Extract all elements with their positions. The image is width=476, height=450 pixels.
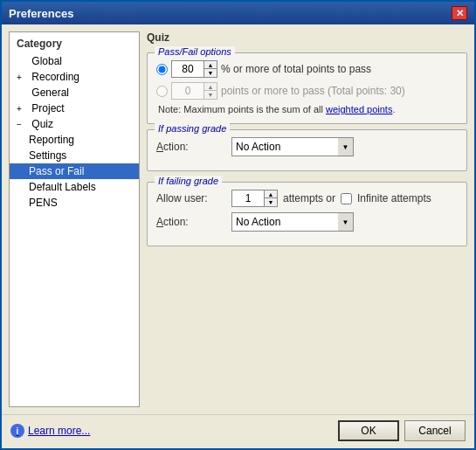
sidebar-item-general[interactable]: General bbox=[10, 85, 139, 100]
radio2-row: 0 ▲ ▼ points or more to pass (Total poin… bbox=[156, 82, 458, 100]
if-failing-group: If failing grade Allow user: 1 ▲ ▼ attem… bbox=[147, 182, 467, 246]
spin-up-1[interactable]: ▲ bbox=[204, 61, 217, 69]
pass-fail-group-label: Pass/Fail options bbox=[155, 46, 235, 57]
sidebar-item-project-label: Project bbox=[31, 102, 64, 114]
failing-action-dropdown[interactable]: No Action Jump to slide Open URL or file… bbox=[231, 212, 354, 232]
if-passing-label: If passing grade bbox=[155, 123, 230, 134]
radio1-label: % or more of total points to pass bbox=[221, 63, 371, 75]
sidebar-item-default-labels[interactable]: Default Labels bbox=[10, 179, 139, 195]
pass-percent-input[interactable]: 80 bbox=[171, 60, 204, 78]
failing-action-label: Action: bbox=[156, 216, 226, 228]
preferences-window: Preferences ✕ Category Global + Recordin… bbox=[0, 0, 476, 450]
sidebar-item-default-labels-label: Default Labels bbox=[29, 181, 96, 193]
sidebar-item-reporting[interactable]: Reporting bbox=[10, 132, 139, 148]
sidebar-item-recording[interactable]: + Recording bbox=[10, 69, 139, 85]
sidebar-item-pens-label: PENS bbox=[29, 197, 58, 209]
note-prefix: Note: Maximum points is the sum of all bbox=[158, 104, 326, 114]
pass-points-input[interactable]: 0 bbox=[171, 82, 204, 100]
infinite-attempts-checkbox[interactable] bbox=[341, 193, 352, 204]
learn-more-link[interactable]: i Learn more... bbox=[10, 424, 90, 438]
attempts-row: Allow user: 1 ▲ ▼ attempts or Infinite a… bbox=[156, 190, 458, 207]
attempts-spin-down[interactable]: ▼ bbox=[265, 198, 277, 206]
sidebar-header: Category bbox=[10, 36, 139, 52]
sidebar-item-pens[interactable]: PENS bbox=[10, 195, 139, 211]
close-button[interactable]: ✕ bbox=[452, 6, 467, 20]
spin-arrows-2: ▲ ▼ bbox=[204, 82, 217, 100]
sidebar-item-project[interactable]: + Project bbox=[10, 100, 139, 116]
note-suffix: . bbox=[392, 104, 395, 114]
sidebar-item-settings-label: Settings bbox=[29, 149, 66, 162]
sidebar-item-pass-or-fail[interactable]: Pass or Fail bbox=[10, 163, 139, 179]
passing-action-label-text: Action: bbox=[156, 141, 189, 153]
spin-up-2[interactable]: ▲ bbox=[204, 83, 217, 91]
main-panel: Quiz Pass/Fail options 80 ▲ ▼ % or more … bbox=[147, 31, 467, 407]
content-area: Category Global + Recording General + Pr… bbox=[2, 24, 474, 414]
sidebar-item-quiz-label: Quiz bbox=[31, 118, 53, 130]
expander-quiz: − bbox=[17, 120, 27, 129]
sidebar-item-settings[interactable]: Settings bbox=[10, 148, 139, 163]
attempts-spin-arrows: ▲ ▼ bbox=[265, 190, 278, 207]
note-link[interactable]: weighted points bbox=[326, 104, 392, 114]
radio2-input[interactable] bbox=[156, 86, 168, 97]
spin-wrapper-1: 80 ▲ ▼ bbox=[171, 60, 217, 78]
title-bar: Preferences ✕ bbox=[2, 2, 474, 24]
info-icon: i bbox=[10, 424, 24, 438]
sidebar-item-pass-or-fail-label: Pass or Fail bbox=[29, 165, 84, 177]
footer-bar: i Learn more... OK Cancel bbox=[2, 414, 474, 448]
failing-action-row: Action: No Action Jump to slide Open URL… bbox=[156, 212, 458, 232]
window-title: Preferences bbox=[9, 7, 73, 20]
spin-arrows-1: ▲ ▼ bbox=[204, 60, 217, 78]
if-failing-label: If failing grade bbox=[155, 176, 222, 186]
infinite-label: Infinite attempts bbox=[357, 192, 431, 204]
expander-recording: + bbox=[17, 73, 27, 82]
sidebar-item-quiz[interactable]: − Quiz bbox=[10, 116, 139, 132]
expander-project: + bbox=[17, 104, 27, 114]
allow-user-label: Allow user: bbox=[156, 192, 226, 204]
expander-global bbox=[17, 57, 27, 66]
attempts-label-text: attempts or bbox=[283, 192, 335, 204]
attempts-spin-wrapper: 1 ▲ ▼ bbox=[231, 190, 278, 207]
btn-group: OK Cancel bbox=[338, 420, 466, 441]
cancel-button[interactable]: Cancel bbox=[404, 420, 466, 441]
radio2-label: points or more to pass (Total points: 30… bbox=[221, 85, 405, 97]
attempts-spin-up[interactable]: ▲ bbox=[265, 190, 277, 198]
passing-action-label: Action: bbox=[156, 141, 226, 153]
spin-down-1[interactable]: ▼ bbox=[204, 69, 217, 77]
note-text: Note: Maximum points is the sum of all w… bbox=[156, 104, 458, 114]
pass-fail-options-group: Pass/Fail options 80 ▲ ▼ % or more of to… bbox=[147, 52, 467, 124]
spin-wrapper-2: 0 ▲ ▼ bbox=[171, 82, 217, 100]
radio1-row: 80 ▲ ▼ % or more of total points to pass bbox=[156, 60, 458, 78]
learn-more-text: Learn more... bbox=[28, 425, 90, 437]
sidebar-item-global[interactable]: Global bbox=[10, 53, 139, 69]
sidebar-item-recording-label: Recording bbox=[31, 71, 79, 83]
passing-action-dropdown-wrapper: No Action Jump to slide Open URL or file… bbox=[231, 137, 354, 156]
panel-title: Quiz bbox=[147, 31, 467, 44]
sidebar-item-reporting-label: Reporting bbox=[29, 134, 74, 146]
passing-action-dropdown[interactable]: No Action Jump to slide Open URL or file… bbox=[231, 137, 354, 156]
radio1-input[interactable] bbox=[156, 64, 168, 75]
sidebar-item-global-label: Global bbox=[31, 55, 62, 67]
sidebar: Category Global + Recording General + Pr… bbox=[9, 31, 140, 407]
sidebar-item-general-label: General bbox=[31, 87, 69, 99]
failing-action-dropdown-wrapper: No Action Jump to slide Open URL or file… bbox=[231, 212, 354, 232]
passing-action-row: Action: No Action Jump to slide Open URL… bbox=[156, 137, 458, 156]
ok-button[interactable]: OK bbox=[338, 420, 399, 441]
failing-action-label-text: Action: bbox=[156, 216, 189, 228]
if-passing-group: If passing grade Action: No Action Jump … bbox=[147, 129, 467, 171]
spin-down-2[interactable]: ▼ bbox=[204, 91, 217, 99]
expander-general bbox=[17, 88, 27, 98]
attempts-input[interactable]: 1 bbox=[231, 190, 265, 207]
